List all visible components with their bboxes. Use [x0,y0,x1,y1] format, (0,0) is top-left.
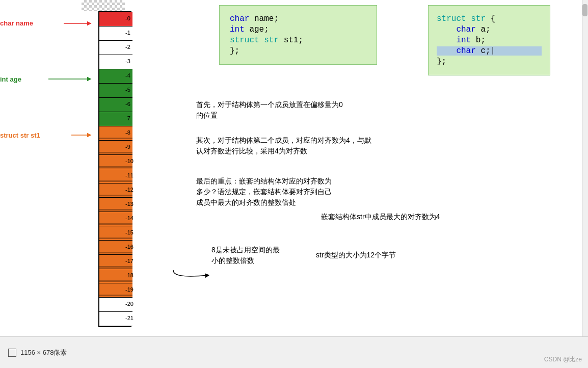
main-content: -0-1-2-3-4-5-6-7-8-9-10-11-12-13-14-15-1… [0,0,588,336]
code-line: int b; [437,36,542,45]
resize-icon [8,349,16,357]
scroll-indicator[interactable] [582,0,588,336]
code-line: struct str st1; [230,36,366,45]
code-line: }; [230,46,366,56]
scroll-thumb[interactable] [582,4,587,16]
memory-diagram [89,11,155,327]
annotation-2: 其次，对于结构体第二个成员，对应的对齐数为4，与默 认对齐数进行比较，采用4为对… [196,135,371,156]
bottom-bar: 1156 × 678像素 CSDN @比ze [0,336,588,368]
code-line: struct str { [437,14,542,23]
label-char-name: char name [0,19,33,27]
code-line: char name; [230,14,366,23]
dimensions-label: 1156 × 678像素 [20,348,67,357]
label-int-age: int age [0,75,21,83]
code-block-right: struct str { char a; int b; char c;| }; [428,5,550,75]
annotation-3: 最后的重点：嵌套的结构体对应的对齐数为 多少？语法规定，嵌套结构体要对齐到自己 … [196,176,332,208]
code-line: char a; [437,25,542,34]
code-line: int age; [230,25,366,34]
code-line: }; [437,57,542,66]
code-line-highlighted: char c;| [437,46,542,56]
code-block-left: char name; int age; struct str st1; }; [219,5,377,65]
annotation-5: 8是未被占用空间的最 小的整数倍数 [211,245,280,266]
number-scale: -0-1-2-3-4-5-6-7-8-9-10-11-12-13-14-15-1… [124,11,133,325]
csdn-watermark: CSDN @比ze [544,355,582,364]
label-struct-str-st1: struct str st1 [0,132,40,139]
checkered-pattern [82,0,125,11]
annotation-1: 首先，对于结构体第一个成员放置在偏移量为0 的位置 [196,99,343,121]
annotation-6: str类型的大小为12个字节 [316,250,396,260]
annotation-4: 嵌套结构体str中成员最大的对齐数为4 [321,212,440,222]
